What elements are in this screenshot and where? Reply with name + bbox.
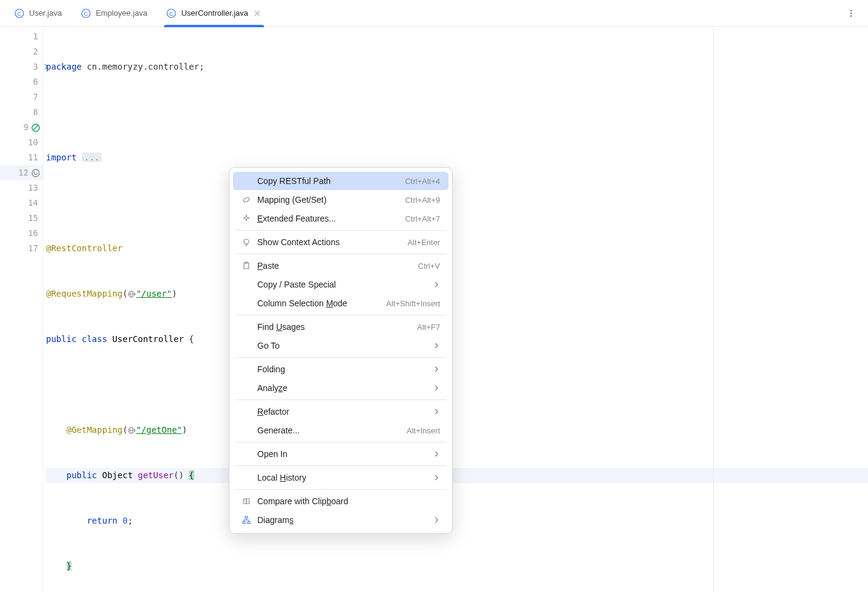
no-usages-icon[interactable]: [31, 123, 41, 133]
gutter-line: 6: [0, 74, 43, 90]
menu-copy-restful-path[interactable]: Copy RESTful Path Ctrl+Alt+4: [233, 172, 449, 190]
clipboard-icon: [242, 261, 251, 271]
menu-find-usages[interactable]: Find Usages Alt+F7: [233, 318, 449, 336]
chevron-right-icon: [434, 364, 440, 374]
diagram-icon: [242, 515, 251, 525]
menu-mapping-getset[interactable]: Mapping (Get/Set) Ctrl+Alt+9: [233, 191, 449, 209]
menu-refactor[interactable]: Refactor: [233, 403, 449, 421]
svg-rect-30: [248, 522, 250, 524]
svg-point-8: [850, 15, 852, 17]
menu-local-history[interactable]: Local History: [233, 469, 449, 487]
menu-compare-clipboard[interactable]: Compare with Clipboard: [233, 492, 449, 510]
menu-separator: [235, 442, 446, 442]
svg-point-7: [850, 12, 852, 14]
menu-diagrams[interactable]: Diagrams: [233, 511, 449, 529]
tabs-bar: C User.java C Employee.java C UserContro…: [0, 0, 868, 27]
gutter-line: 15: [0, 211, 43, 226]
check-icon[interactable]: [837, 34, 868, 79]
menu-go-to[interactable]: Go To: [233, 337, 449, 355]
class-icon: C: [166, 8, 176, 18]
mapping-icon: [242, 195, 251, 205]
menu-separator: [235, 315, 446, 315]
menu-separator: [235, 400, 446, 400]
blank-icon: [242, 426, 251, 435]
right-gutter: [856, 27, 868, 592]
svg-point-18: [243, 197, 250, 203]
blank-icon: [242, 449, 251, 459]
svg-line-10: [33, 125, 38, 130]
menu-separator: [235, 357, 446, 358]
svg-point-6: [850, 10, 852, 12]
gutter-line: 10: [0, 135, 43, 150]
globe-icon[interactable]: [128, 426, 136, 435]
blank-icon: [242, 176, 251, 186]
lightbulb-icon: [242, 237, 251, 247]
gutter-line: 2: [0, 44, 43, 59]
blank-icon: [242, 341, 251, 350]
menu-folding[interactable]: Folding: [233, 360, 449, 378]
menu-separator: [235, 489, 446, 490]
tab-usercontroller-java[interactable]: C UserController.java: [157, 0, 271, 27]
recursive-icon[interactable]: [31, 168, 41, 178]
blank-icon: [242, 364, 251, 374]
compare-icon: [242, 496, 251, 506]
tab-label: UserController.java: [181, 8, 248, 18]
svg-rect-28: [245, 516, 248, 518]
menu-copy-paste-special[interactable]: Copy / Paste Special: [233, 275, 449, 294]
gutter-line: 3: [0, 59, 43, 74]
editor-divider: [713, 27, 714, 592]
svg-text:C: C: [84, 11, 88, 17]
blank-icon: [242, 383, 251, 393]
chevron-right-icon: [434, 280, 440, 289]
menu-analyze[interactable]: Analyze: [233, 379, 449, 397]
svg-point-11: [32, 169, 39, 177]
svg-rect-29: [243, 522, 245, 524]
gutter-line: 9: [0, 120, 43, 135]
context-menu: Copy RESTful Path Ctrl+Alt+4 Mapping (Ge…: [229, 167, 453, 534]
more-options-icon[interactable]: [844, 6, 858, 21]
gutter-line: 16: [0, 226, 43, 241]
chevron-right-icon: [434, 473, 440, 482]
gutter-line: 1: [0, 29, 43, 44]
menu-separator: [235, 230, 446, 231]
chevron-right-icon: [434, 341, 440, 350]
class-icon: C: [15, 8, 24, 18]
tab-user-java[interactable]: C User.java: [5, 0, 71, 27]
menu-generate[interactable]: Generate... Alt+Insert: [233, 421, 449, 439]
gutter: 1 2 3 6 7 8 9 10 11 12 13 14 15 16 17: [0, 27, 44, 592]
chevron-right-icon: [434, 449, 440, 459]
menu-open-in[interactable]: Open In: [233, 445, 449, 463]
blank-icon: [242, 298, 251, 308]
tab-label: Employee.java: [96, 8, 147, 18]
gutter-line: 17: [0, 241, 43, 256]
svg-rect-24: [243, 499, 246, 504]
svg-point-19: [244, 239, 249, 244]
blank-icon: [242, 473, 251, 482]
sparkle-icon: [242, 214, 251, 223]
menu-column-selection-mode[interactable]: Column Selection Mode Alt+Shift+Insert: [233, 294, 449, 312]
blank-icon: [242, 407, 251, 416]
globe-icon[interactable]: [128, 290, 136, 298]
tab-label: User.java: [29, 8, 62, 18]
chevron-right-icon: [434, 407, 440, 416]
chevron-right-icon: [434, 383, 440, 393]
gutter-line: 13: [0, 180, 43, 196]
gutter-line: 12: [0, 165, 43, 180]
menu-paste[interactable]: Paste Ctrl+V: [233, 257, 449, 275]
chevron-right-icon: [434, 515, 440, 525]
tab-employee-java[interactable]: C Employee.java: [71, 0, 157, 27]
code-area[interactable]: package cn.memoryzy.controller; import .…: [44, 27, 868, 592]
menu-show-context-actions[interactable]: Show Context Actions Alt+Enter: [233, 233, 449, 251]
gutter-line: 8: [0, 105, 43, 120]
close-icon[interactable]: [253, 9, 261, 18]
blank-icon: [242, 280, 251, 289]
gutter-line: 14: [0, 196, 43, 211]
menu-separator: [235, 465, 446, 466]
svg-text:C: C: [169, 11, 174, 17]
menu-separator: [235, 254, 446, 254]
class-icon: C: [81, 8, 91, 18]
menu-extended-features[interactable]: Extended Features... Ctrl+Alt+7: [233, 209, 449, 228]
gutter-line: 7: [0, 90, 43, 105]
svg-text:C: C: [18, 11, 22, 17]
blank-icon: [242, 322, 251, 332]
